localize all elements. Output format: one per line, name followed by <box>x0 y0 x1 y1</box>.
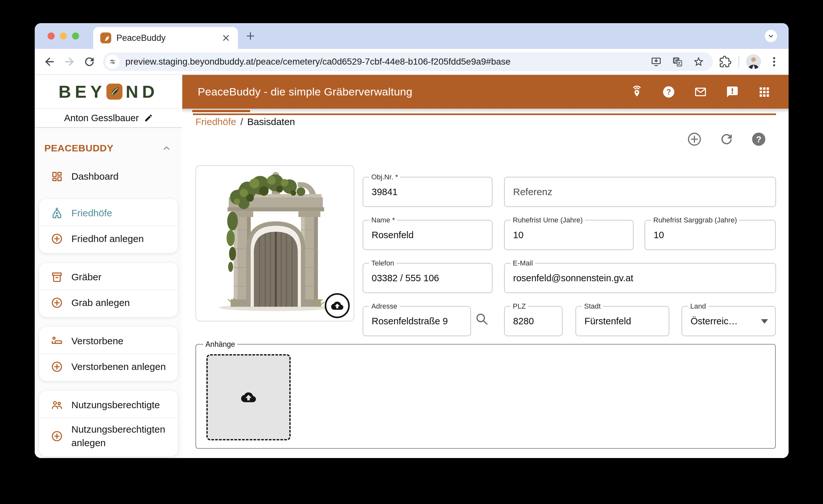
address-bar[interactable]: preview.staging.beyondbuddy.at/peace/cem… <box>103 52 713 71</box>
ruhefrist-sarggrab-field[interactable]: Ruhefrist Sarggrab (Jahre) 10 <box>645 220 776 250</box>
svg-text:?: ? <box>756 135 762 144</box>
apps-grid-icon[interactable] <box>758 86 771 98</box>
cemetery-photo <box>195 165 354 321</box>
add-circle-icon <box>51 361 63 373</box>
ruhefrist-urne-value[interactable]: 10 <box>513 220 625 249</box>
logo-text-right: ND <box>126 81 159 102</box>
help-button[interactable]: ? <box>751 132 767 147</box>
profile-avatar[interactable] <box>746 54 761 69</box>
logo-text-left: BEY <box>58 81 106 102</box>
objnr-value[interactable]: 39841 <box>372 177 484 206</box>
section-peacebuddy[interactable]: PEACEBUDDY <box>39 138 178 159</box>
photo-upload-button[interactable] <box>325 293 350 318</box>
close-window-button[interactable] <box>47 32 55 39</box>
add-circle-icon <box>51 297 63 309</box>
active-tab-underline <box>192 110 250 112</box>
stadt-field[interactable]: Stadt Fürstenfeld <box>575 306 669 336</box>
stadt-value[interactable]: Fürstenfeld <box>585 307 661 336</box>
page-content: Friedhöfe / Basisdaten ? <box>182 116 789 458</box>
attachments-legend: Anhänge <box>203 340 237 349</box>
sidebar-item-label: Verstorbenen anlegen <box>71 361 166 372</box>
nav-group-nutzungsberechtigte: Nutzungsberechtigte Nutzungsberechtigten… <box>39 391 178 457</box>
content-actions: ? <box>687 132 767 147</box>
sidebar-item-friedhoefe[interactable]: Friedhöfe <box>39 201 178 226</box>
ruhefrist-urne-field[interactable]: Ruhefrist Urne (Jahre) 10 <box>504 220 634 250</box>
section-label: PEACEBUDDY <box>44 143 114 154</box>
attachments-fieldset: Anhänge <box>195 344 776 449</box>
mail-icon[interactable] <box>694 86 707 98</box>
beyond-logo: BEY ND <box>35 75 182 109</box>
adresse-field[interactable]: Adresse Rosenfeldstraße 9 <box>363 306 471 336</box>
browser-tab[interactable]: PeaceBuddy <box>93 27 238 49</box>
land-select[interactable]: Land Österreic… <box>681 306 776 336</box>
sidebar-nav: PEACEBUDDY Dashboard <box>35 128 182 458</box>
sidebar: BEY ND Anton Gesslbauer PEACEBUDDY <box>35 75 182 458</box>
close-tab-icon[interactable] <box>221 33 231 43</box>
church-icon <box>51 207 63 219</box>
browser-tabstrip: PeaceBuddy <box>35 23 789 49</box>
add-circle-icon <box>51 233 63 245</box>
sidebar-item-dashboard[interactable]: Dashboard <box>39 164 178 189</box>
reload-icon[interactable] <box>83 55 96 68</box>
tab-title: PeaceBuddy <box>116 33 221 43</box>
cemetery-gate-image <box>197 167 352 317</box>
name-value[interactable]: Rosenfeld <box>372 220 484 249</box>
new-tab-icon[interactable] <box>244 30 257 42</box>
sidebar-item-nutzungsberechtigte[interactable]: Nutzungsberechtigte <box>39 392 178 417</box>
objnr-field[interactable]: Obj.Nr. * 39841 <box>363 177 493 207</box>
telefon-value[interactable]: 03382 / 555 106 <box>372 264 484 293</box>
help-icon[interactable]: ? <box>662 86 675 98</box>
plz-field[interactable]: PLZ 8280 <box>504 306 562 336</box>
land-value[interactable]: Österreic… <box>690 307 759 336</box>
sidebar-item-nutzungsberechtigten-anlegen[interactable]: Nutzungsberechtigten anlegen <box>39 417 178 455</box>
sidebar-item-verstorbene[interactable]: Verstorbene <box>39 329 178 354</box>
name-field[interactable]: Name * Rosenfeld <box>363 220 493 250</box>
refresh-button[interactable] <box>719 132 734 147</box>
sidebar-item-grab-anlegen[interactable]: Grab anlegen <box>39 290 178 315</box>
translate-icon[interactable]: G <box>672 56 683 67</box>
sidebar-item-verstorbenen-anlegen[interactable]: Verstorbenen anlegen <box>39 354 178 379</box>
ruhefrist-sarggrab-value[interactable]: 10 <box>654 220 767 249</box>
sidebar-item-label: Nutzungsberechtigten anlegen <box>71 423 168 450</box>
attachments-dropzone[interactable] <box>206 354 291 440</box>
email-field[interactable]: E-Mail rosenfeld@sonnenstein.gv.at <box>504 263 776 293</box>
add-circle-icon <box>51 430 63 442</box>
url-text[interactable]: preview.staging.beyondbuddy.at/peace/cem… <box>125 56 650 67</box>
bookmark-star-icon[interactable] <box>693 56 704 67</box>
address-search-button[interactable] <box>475 312 489 326</box>
sidebar-item-label: Gräber <box>71 272 101 283</box>
tab-search-icon[interactable] <box>765 30 777 42</box>
feedback-icon[interactable] <box>726 86 739 98</box>
sidebar-item-friedhof-anlegen[interactable]: Friedhof anlegen <box>39 226 178 251</box>
user-row: Anton Gesslbauer <box>35 109 182 128</box>
user-name: Anton Gesslbauer <box>64 113 139 124</box>
breadcrumb-parent-link[interactable]: Friedhöfe <box>195 116 236 127</box>
install-icon[interactable] <box>650 56 662 67</box>
email-value[interactable]: rosenfeld@sonnenstein.gv.at <box>513 264 768 293</box>
add-button[interactable] <box>687 132 702 147</box>
nav-group-verstorbene: Verstorbene Verstorbenen anlegen <box>39 327 178 381</box>
back-icon[interactable] <box>43 55 56 68</box>
referenz-field[interactable]: Referenz <box>504 177 776 207</box>
people-icon <box>51 399 63 411</box>
edit-pencil-icon[interactable] <box>144 114 153 123</box>
sidebar-item-graeber[interactable]: Gräber <box>39 265 178 290</box>
adresse-value[interactable]: Rosenfeldstraße 9 <box>372 307 463 336</box>
minimize-window-button[interactable] <box>60 32 67 39</box>
tabs-bottom-border <box>193 114 776 115</box>
site-settings-icon[interactable] <box>106 55 120 69</box>
sidebar-item-label: Grab anlegen <box>71 297 130 308</box>
tab-indicator-strip <box>182 109 789 116</box>
plz-value[interactable]: 8280 <box>513 307 554 336</box>
referenz-resting-label[interactable]: Referenz <box>513 177 768 206</box>
zoom-window-button[interactable] <box>72 32 79 39</box>
gps-location-icon[interactable] <box>630 86 643 98</box>
extensions-icon[interactable] <box>719 55 731 68</box>
menu-dots-icon[interactable] <box>768 55 780 68</box>
forward-icon[interactable] <box>63 55 76 68</box>
dropdown-caret-icon[interactable] <box>761 319 768 324</box>
breadcrumb-current: Basisdaten <box>247 116 295 127</box>
chevron-up-icon <box>162 143 171 153</box>
appbar: PeaceBuddy - die simple Gräberverwaltung… <box>182 75 789 109</box>
telefon-field[interactable]: Telefon 03382 / 555 106 <box>363 263 493 293</box>
